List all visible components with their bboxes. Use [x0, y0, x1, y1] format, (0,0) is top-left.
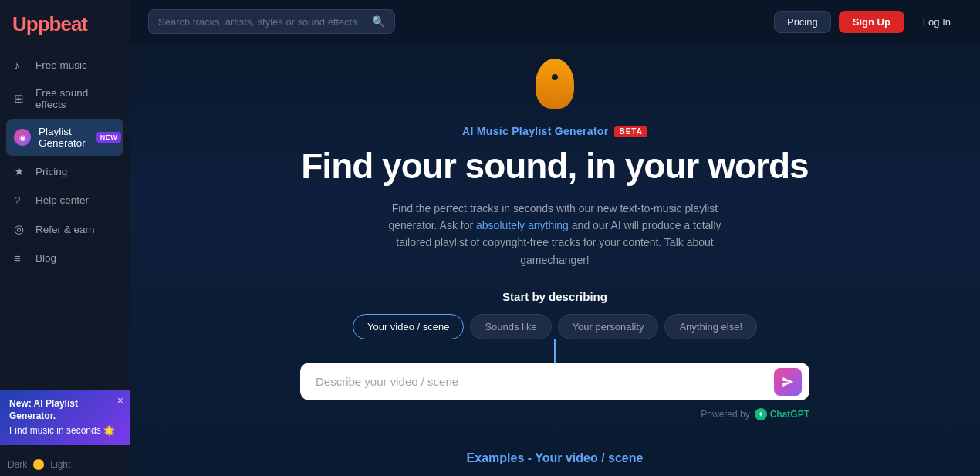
tab-personality[interactable]: Your personality — [558, 314, 659, 339]
help-icon: ? — [14, 194, 28, 207]
sidebar-item-free-sound-effects[interactable]: ⊞ Free sound effects — [6, 80, 123, 117]
input-row — [300, 363, 809, 400]
sidebar: Uppbeat ♪ Free music ⊞ Free sound effect… — [0, 0, 130, 476]
sidebar-item-label: Free music — [35, 59, 87, 71]
sidebar-item-label: Pricing — [35, 166, 67, 177]
ai-badge-label: AI Music Playlist Generator — [462, 125, 608, 137]
tabs-row: Your video / scene Sounds like Your pers… — [353, 314, 757, 339]
mascot-shape — [536, 59, 574, 109]
search-input[interactable] — [158, 16, 366, 28]
tab-sounds-like[interactable]: Sounds like — [470, 314, 551, 339]
search-button[interactable]: 🔍 — [372, 15, 385, 28]
examples-section: Examples - Your video / scene 🎬 "Energet… — [130, 444, 980, 476]
ask-for-label: Ask for — [440, 219, 474, 231]
powered-by-row: Powered by ✦ ChatGPT — [701, 408, 809, 420]
hero-subtitle: Find the perfect tracks in seconds with … — [370, 200, 740, 269]
topbar-right: Pricing Sign Up Log In — [774, 11, 961, 33]
new-badge: NEW — [96, 132, 122, 143]
light-label: Light — [50, 459, 70, 470]
dark-label: Dark — [8, 459, 27, 470]
sidebar-item-playlist-generator[interactable]: ◉ Playlist Generator NEW — [6, 119, 123, 156]
beta-badge: BETA — [614, 126, 647, 137]
star-icon: ★ — [14, 164, 28, 178]
hero-mascot — [528, 59, 582, 113]
notification-title: New: AI Playlist Generator. — [9, 397, 120, 424]
hero-section: AI Music Playlist Generator BETA Find yo… — [130, 43, 980, 444]
anything-link[interactable]: absolutely anything — [476, 219, 569, 231]
sidebar-item-pricing[interactable]: ★ Pricing — [6, 157, 123, 185]
send-button[interactable] — [774, 368, 802, 396]
sidebar-item-help-center[interactable]: ? Help center — [6, 187, 123, 214]
playlist-avatar: ◉ — [14, 129, 31, 146]
sidebar-item-free-music[interactable]: ♪ Free music — [6, 52, 123, 79]
tab-anything-else[interactable]: Anything else! — [664, 314, 757, 339]
hero-title: Find your sound, in your words — [301, 147, 808, 186]
search-box: 🔍 — [148, 9, 395, 34]
describe-input[interactable] — [300, 363, 809, 400]
examples-title: Examples - Your video / scene — [161, 451, 949, 465]
notification-subtitle: Find music in seconds 🌟 — [9, 424, 120, 437]
topbar: 🔍 Pricing Sign Up Log In — [130, 0, 980, 43]
pricing-button[interactable]: Pricing — [774, 11, 831, 33]
close-notification-button[interactable]: × — [117, 394, 123, 407]
music-icon: ♪ — [14, 59, 28, 72]
signup-button[interactable]: Sign Up — [839, 11, 904, 33]
main-content: 🔍 Pricing Sign Up Log In AI Music Playli… — [130, 0, 980, 476]
light-mode-icon — [33, 459, 44, 470]
sidebar-item-label: Free sound effects — [35, 87, 116, 110]
logo-text: Uppbeat — [12, 12, 87, 36]
theme-toggle[interactable]: Dark Light — [0, 453, 130, 476]
logo[interactable]: Uppbeat — [0, 0, 130, 52]
sidebar-item-label: Playlist Generator — [39, 126, 86, 149]
badge-row: AI Music Playlist Generator BETA — [462, 125, 647, 137]
notification-bar: × New: AI Playlist Generator. Find music… — [0, 390, 130, 445]
chatgpt-label: ChatGPT — [770, 409, 809, 420]
sidebar-item-label: Refer & earn — [35, 224, 95, 235]
refer-icon: ◎ — [14, 222, 28, 236]
sidebar-item-blog[interactable]: ≡ Blog — [6, 245, 123, 272]
powered-by-label: Powered by — [701, 409, 749, 420]
sidebar-item-label: Help center — [35, 194, 89, 206]
tab-video-scene[interactable]: Your video / scene — [353, 314, 464, 339]
blog-icon: ≡ — [14, 252, 28, 265]
mascot-eye — [552, 74, 558, 80]
chatgpt-icon: ✦ — [755, 408, 767, 420]
describe-label: Start by describing — [502, 290, 607, 303]
sidebar-item-label: Blog — [35, 252, 56, 264]
sidebar-item-refer-earn[interactable]: ◎ Refer & earn — [6, 215, 123, 243]
chatgpt-logo: ✦ ChatGPT — [755, 408, 809, 420]
tab-connector — [554, 339, 556, 363]
sound-icon: ⊞ — [14, 92, 28, 106]
login-button[interactable]: Log In — [912, 11, 961, 33]
